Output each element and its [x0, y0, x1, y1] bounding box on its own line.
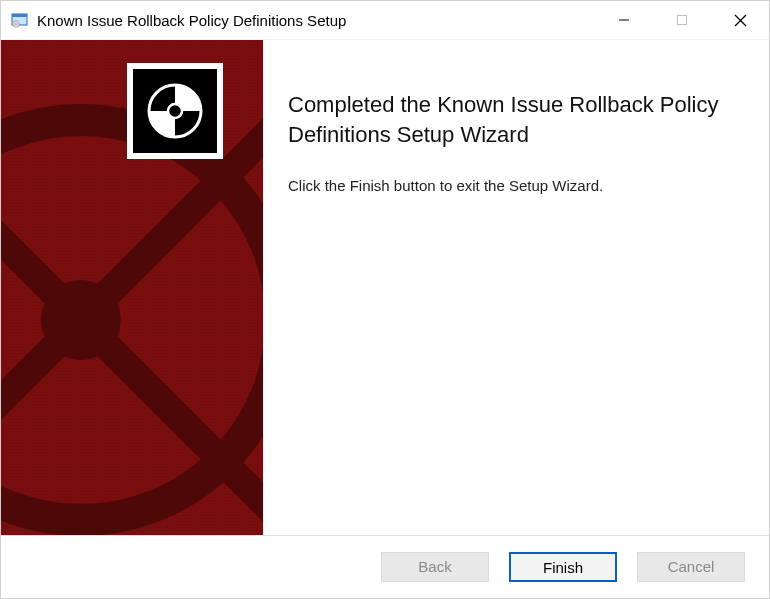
wizard-banner	[1, 40, 264, 535]
svg-point-13	[41, 280, 121, 360]
svg-point-15	[168, 104, 182, 118]
page-title: Completed the Known Issue Rollback Polic…	[288, 90, 741, 149]
cancel-button: Cancel	[637, 552, 745, 582]
titlebar: Known Issue Rollback Policy Definitions …	[1, 1, 769, 40]
content-pane: Completed the Known Issue Rollback Polic…	[264, 40, 769, 535]
svg-rect-1	[12, 14, 27, 17]
minimize-button[interactable]	[595, 1, 653, 39]
svg-rect-5	[678, 16, 687, 25]
installer-icon	[11, 11, 29, 29]
disc-icon	[143, 79, 207, 143]
window-title: Known Issue Rollback Policy Definitions …	[37, 12, 595, 29]
banner-disc-art	[1, 100, 264, 535]
finish-button[interactable]: Finish	[509, 552, 617, 582]
banner-logo	[127, 63, 223, 159]
close-button[interactable]	[711, 1, 769, 39]
window-controls	[595, 1, 769, 39]
body: Completed the Known Issue Rollback Polic…	[1, 40, 769, 535]
setup-window: Known Issue Rollback Policy Definitions …	[0, 0, 770, 599]
svg-point-3	[15, 23, 17, 25]
footer: Back Finish Cancel	[1, 535, 769, 598]
back-button: Back	[381, 552, 489, 582]
page-message: Click the Finish button to exit the Setu…	[288, 177, 741, 194]
maximize-button	[653, 1, 711, 39]
